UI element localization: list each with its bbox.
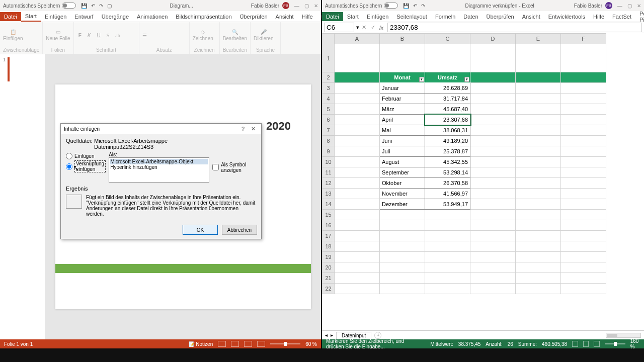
cell-empty[interactable] [470,178,516,189]
avatar[interactable]: FB [605,2,612,9]
cell-empty[interactable] [470,146,516,157]
undo-icon[interactable]: ↶ [91,3,95,9]
view-slideshow-icon[interactable] [257,341,265,347]
dialog-close-icon[interactable]: ✕ [248,126,258,132]
cell-empty[interactable] [561,157,606,167]
cell-empty[interactable] [470,136,516,146]
cell-empty[interactable] [380,262,425,273]
tab-ueberpruefen[interactable]: Überprüfen [482,12,518,21]
sheet-nav-last-icon[interactable]: ▸ [331,332,333,338]
view-normal-icon[interactable] [218,341,226,347]
save-icon[interactable]: 💾 [81,3,87,9]
tab-start[interactable]: Start [343,12,363,21]
undo-icon[interactable]: ↶ [413,3,417,9]
cell-empty[interactable] [380,220,425,231]
paste-icon[interactable]: 📋 [10,29,16,35]
cell-empty[interactable] [470,241,516,252]
zoom-slider[interactable] [605,343,625,344]
maximize-icon[interactable]: ▢ [304,3,309,9]
cell-empty[interactable] [335,252,380,262]
cell-empty[interactable] [561,220,606,231]
zoom-value[interactable]: 60 % [305,341,317,347]
col-header[interactable]: D [470,34,516,44]
cell-month[interactable]: Mai [380,125,425,136]
row-header[interactable]: 7 [323,125,335,136]
cell-empty[interactable] [561,83,606,94]
new-sheet-icon[interactable]: + [374,332,381,339]
cell-empty[interactable] [335,83,380,94]
zoom-value[interactable]: 160 % [630,338,640,349]
row-header[interactable]: 13 [323,189,335,199]
tab-uebergaenge[interactable]: Übergänge [98,12,133,21]
view-sorter-icon[interactable] [231,341,239,347]
tab-ansicht[interactable]: Ansicht [518,12,544,21]
list-item-hyperlink[interactable]: Hyperlink hinzufügen [110,164,208,170]
avatar[interactable]: FB [282,2,289,9]
cell-empty[interactable] [561,199,606,210]
row-header[interactable]: 15 [323,210,335,220]
maximize-icon[interactable]: ▢ [627,3,632,9]
cell-empty[interactable] [516,231,561,241]
cell-umsatz[interactable]: 25.378,87 [425,146,470,157]
cell-empty[interactable] [561,262,606,273]
formula-bar[interactable] [387,23,642,32]
cell-month[interactable]: Februar [380,94,425,104]
checkbox-symbol[interactable]: Als Symbol anzeigen [212,152,256,183]
tab-bildschirm[interactable]: Bildschirmpräsentation [172,12,235,21]
cell-empty[interactable] [425,262,470,273]
tab-powerpivot[interactable]: Power Pivot [635,9,644,24]
cell-umsatz[interactable]: 38.068,31 [425,125,470,136]
cell-empty[interactable] [516,252,561,262]
row-header[interactable]: 2 [323,72,335,83]
row-header[interactable]: 5 [323,104,335,115]
cell-empty[interactable] [516,220,561,231]
cell-empty[interactable] [335,199,380,210]
strike-icon[interactable]: S [105,33,111,38]
cell-umsatz[interactable]: 26.370,58 [425,178,470,189]
cell-empty[interactable] [561,284,606,294]
close-icon[interactable]: ✕ [637,3,641,9]
cell-umsatz[interactable]: 45.687,40 [425,104,470,115]
cell-umsatz[interactable]: 41.566,97 [425,189,470,199]
radio-einfuegen[interactable]: Einfügen [66,153,106,159]
cell-empty[interactable] [561,252,606,262]
row-header[interactable]: 11 [323,167,335,178]
cell-empty[interactable] [516,83,561,94]
cell-header-monat[interactable]: Monat▾ [380,72,425,83]
cell-empty[interactable] [380,241,425,252]
cell-empty[interactable] [470,284,516,294]
cell-empty[interactable] [561,241,606,252]
cell-empty[interactable] [561,210,606,220]
cell-empty[interactable] [335,262,380,273]
cell-empty[interactable] [516,157,561,167]
as-listbox[interactable]: Microsoft Excel-Arbeitsmappe-Objekt Hype… [109,157,209,183]
redo-icon[interactable]: ↷ [99,3,103,9]
cell-empty[interactable] [516,241,561,252]
cell-month[interactable]: Januar [380,83,425,94]
tab-datei[interactable]: Datei [322,12,343,21]
cell-empty[interactable] [425,273,470,284]
tab-seitenlayout[interactable]: Seitenlayout [392,12,431,21]
shadow-icon[interactable]: ab [114,33,121,38]
cell-empty[interactable] [470,210,516,220]
tab-start[interactable]: Start [21,12,41,22]
cell-empty[interactable] [425,44,470,72]
cell-empty[interactable] [516,146,561,157]
cell-empty[interactable] [516,189,561,199]
cell-empty[interactable] [380,284,425,294]
cancel-formula-icon[interactable]: ✕ [359,24,368,31]
cell-empty[interactable] [516,104,561,115]
cell-empty[interactable] [516,167,561,178]
find-icon[interactable]: 🔍 [232,29,238,35]
cell-empty[interactable] [561,136,606,146]
cell-empty[interactable] [380,44,425,72]
enter-formula-icon[interactable]: ✓ [368,24,377,31]
tab-formeln[interactable]: Formeln [431,12,459,21]
filter-icon[interactable]: ▾ [419,77,424,82]
cell-empty[interactable] [470,167,516,178]
view-normal-icon[interactable] [572,341,578,347]
cell-month[interactable]: Juni [380,136,425,146]
tab-einfuegen[interactable]: Einfügen [363,12,392,21]
list-item-object[interactable]: Microsoft Excel-Arbeitsmappe-Objekt [110,159,208,164]
horizontal-scrollbar[interactable] [606,333,641,338]
